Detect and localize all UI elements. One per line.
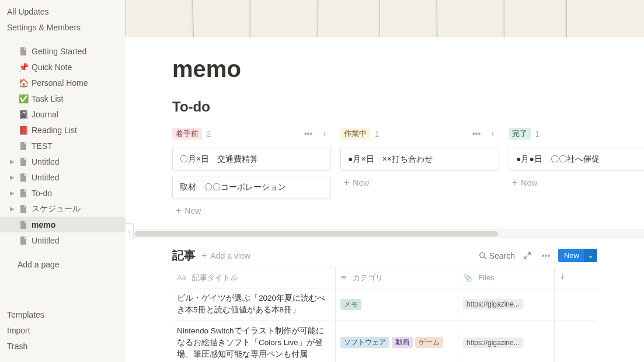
add-page[interactable]: Add a page <box>0 256 126 272</box>
more-icon[interactable]: ••• <box>302 127 315 140</box>
row-title[interactable]: Nintendo Switchでイラスト制作が可能になるお絵描きソフト「Colo… <box>177 325 330 361</box>
sidebar-link[interactable]: Settings & Members <box>0 19 126 35</box>
page-icon <box>18 204 29 214</box>
sidebar-page-label: スケジュール <box>32 204 81 214</box>
sidebar-page-label: Personal Home <box>32 78 88 88</box>
sidebar-page[interactable]: ▶スケジュール <box>0 201 126 217</box>
sidebar-page[interactable]: ▶Untitled <box>0 154 126 169</box>
new-card-button[interactable]: +New <box>340 176 499 190</box>
expand-icon[interactable] <box>521 249 534 262</box>
more-icon[interactable]: ••• <box>470 127 483 140</box>
page-title[interactable]: memo <box>172 56 597 82</box>
sidebar-page[interactable]: 📕Reading List <box>0 122 126 138</box>
chevron-down-icon[interactable]: ⌄ <box>584 249 597 262</box>
new-card-button[interactable]: +New <box>509 176 644 190</box>
page-icon: 🏠 <box>18 78 29 88</box>
new-card-button[interactable]: +New <box>172 204 331 218</box>
sidebar-page-label: memo <box>32 220 55 229</box>
board-column: 着手前2•••+〇月×日 交通費精算取材 〇〇コーポレーション+New <box>172 126 331 218</box>
sidebar-page[interactable]: 🏠Personal Home <box>0 75 126 90</box>
sidebar-page[interactable]: ✅Task List <box>0 90 126 106</box>
column-header-category[interactable]: ≣カテゴリ <box>336 267 458 288</box>
database-header: 記事 +Add a view Search ••• New⌄ <box>172 248 597 263</box>
sidebar-page[interactable]: TEST <box>0 138 126 154</box>
sidebar-page-label: TEST <box>32 141 53 151</box>
caret-icon[interactable]: ▶ <box>7 206 18 212</box>
files-cell[interactable]: https://gigazine... <box>458 288 555 321</box>
page-icon: 📕 <box>18 126 29 135</box>
sidebar: All UpdatesSettings & Members Getting St… <box>0 0 126 362</box>
database-title[interactable]: 記事 <box>172 248 196 263</box>
more-icon[interactable]: ••• <box>539 249 552 262</box>
page-icon: 📌 <box>18 62 29 72</box>
sidebar-page[interactable]: 📌Quick Note <box>0 59 126 75</box>
sidebar-page-label: Getting Started <box>32 47 86 56</box>
sidebar-footer-link[interactable]: Import <box>0 322 126 338</box>
page-icon: 📓 <box>18 110 29 119</box>
category-cell[interactable]: ソフトウェア動画ゲーム <box>336 321 458 363</box>
table-row[interactable]: ビル・ゲイツが選ぶ「2020年夏に読むべき本5冊と読む価値がある本8冊」メモht… <box>172 288 597 321</box>
category-chip[interactable]: 動画 <box>392 337 413 348</box>
board-column: 作業中1•••+●月×日 ××打ち合わせ+New <box>340 126 499 218</box>
page-icon <box>18 157 29 166</box>
sidebar-page[interactable]: Getting Started <box>0 43 126 59</box>
table-row[interactable]: Nintendo Switchでイラスト制作が可能になるお絵描きソフト「Colo… <box>172 321 597 363</box>
board-card[interactable]: ●月●日 〇〇社へ催促 <box>509 148 644 171</box>
column-count: 2 <box>207 130 211 138</box>
page-icon <box>18 189 29 198</box>
new-button[interactable]: New⌄ <box>558 249 597 262</box>
sidebar-page[interactable]: memo <box>0 217 126 232</box>
sidebar-footer-link[interactable]: Trash <box>0 338 126 354</box>
sidebar-collapse-handle[interactable]: ‹ <box>126 223 134 239</box>
sidebar-page-label: Untitled <box>32 173 59 182</box>
horizontal-scrollbar[interactable] <box>126 229 644 238</box>
plus-icon[interactable]: + <box>318 127 331 140</box>
row-title[interactable]: ビル・ゲイツが選ぶ「2020年夏に読むべき本5冊と読む価値がある本8冊」 <box>177 293 330 316</box>
file-link[interactable]: https://gigazine... <box>463 299 523 309</box>
sidebar-page[interactable]: ▶To-do <box>0 185 126 201</box>
column-count: 1 <box>535 130 539 138</box>
board-card[interactable]: 〇月×日 交通費精算 <box>172 148 331 171</box>
sidebar-page-label: To-do <box>32 189 52 198</box>
sidebar-page[interactable]: Untitled <box>0 232 126 248</box>
files-cell[interactable]: https://gigazine... <box>458 321 555 363</box>
page-icon <box>18 47 29 56</box>
sidebar-page-label: Untitled <box>32 236 59 245</box>
column-count: 1 <box>375 130 379 138</box>
sidebar-page-label: Task List <box>32 94 63 103</box>
board-column: 完了1•••●月●日 〇〇社へ催促+New <box>509 126 644 218</box>
category-chip[interactable]: ゲーム <box>415 337 443 348</box>
main: ‹ memo To-do 着手前2•••+〇月×日 交通費精算取材 〇〇コーポレ… <box>126 0 644 362</box>
todo-heading[interactable]: To-do <box>172 99 597 115</box>
status-tag[interactable]: 着手前 <box>172 128 202 140</box>
cover-image[interactable] <box>126 0 644 37</box>
status-tag[interactable]: 作業中 <box>340 128 370 140</box>
sidebar-link[interactable]: All Updates <box>0 4 126 19</box>
plus-icon[interactable]: + <box>486 127 499 140</box>
sidebar-page[interactable]: 📓Journal <box>0 106 126 122</box>
status-tag[interactable]: 完了 <box>509 128 531 140</box>
sidebar-page-label: Untitled <box>32 157 59 166</box>
caret-icon[interactable]: ▶ <box>7 174 18 180</box>
page-icon <box>18 173 29 182</box>
svg-line-1 <box>483 256 486 259</box>
svg-point-0 <box>479 252 484 257</box>
column-header-title[interactable]: Aa記事タイトル <box>172 267 336 288</box>
sidebar-page-label: Reading List <box>32 126 77 135</box>
page-icon: ✅ <box>18 94 29 103</box>
board: 着手前2•••+〇月×日 交通費精算取材 〇〇コーポレーション+New作業中1•… <box>172 126 597 218</box>
category-cell[interactable]: メモ <box>336 288 458 321</box>
column-header-files[interactable]: 📎Files <box>458 267 555 288</box>
add-view-button[interactable]: +Add a view <box>201 250 250 261</box>
caret-icon[interactable]: ▶ <box>7 190 18 196</box>
add-column-button[interactable]: + <box>555 267 597 288</box>
search-button[interactable]: Search <box>479 251 515 260</box>
category-chip[interactable]: メモ <box>340 299 361 310</box>
board-card[interactable]: ●月×日 ××打ち合わせ <box>340 148 499 171</box>
sidebar-footer-link[interactable]: Templates <box>0 307 126 322</box>
file-link[interactable]: https://gigazine... <box>463 337 523 348</box>
category-chip[interactable]: ソフトウェア <box>340 337 389 348</box>
caret-icon[interactable]: ▶ <box>7 158 18 165</box>
board-card[interactable]: 取材 〇〇コーポレーション <box>172 176 331 199</box>
sidebar-page[interactable]: ▶Untitled <box>0 169 126 185</box>
